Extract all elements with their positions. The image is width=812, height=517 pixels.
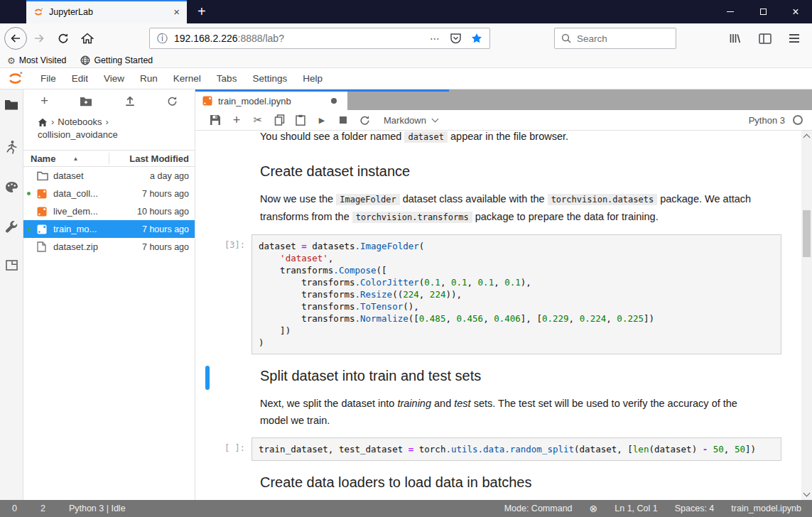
- file-browser-tab-icon[interactable]: [4, 99, 18, 110]
- scroll-up-arrow-icon[interactable]: [801, 131, 812, 141]
- menu-kernel[interactable]: Kernel: [166, 73, 209, 84]
- file-modified: a day ago: [150, 171, 195, 181]
- refresh-file-list-button[interactable]: [167, 96, 178, 107]
- insert-cell-button[interactable]: +: [226, 113, 247, 128]
- file-modified: 7 hours ago: [142, 242, 195, 252]
- new-launcher-button[interactable]: +: [40, 93, 48, 109]
- new-folder-button[interactable]: [80, 96, 92, 107]
- menu-hamburger-icon[interactable]: [789, 34, 799, 43]
- reload-icon: [58, 33, 69, 44]
- activity-bar: [0, 89, 23, 500]
- sort-ascending-icon: ▲: [72, 156, 78, 162]
- window-minimize-button[interactable]: [714, 0, 747, 23]
- code-cell[interactable]: [ ]:train_dataset, test_dataset = torch.…: [204, 437, 781, 461]
- browser-titlebar: JupyterLab × + ×: [0, 0, 812, 23]
- menu-help[interactable]: Help: [295, 73, 330, 84]
- cursor-position[interactable]: Ln 1, Col 1: [615, 504, 657, 513]
- bookmark-getting-started[interactable]: Getting Started: [80, 55, 153, 65]
- command-palette-icon[interactable]: [5, 181, 18, 193]
- back-button[interactable]: [4, 27, 27, 50]
- url-bar[interactable]: ⓘ 192.168.2.226 :8888/lab? ⋯: [149, 28, 490, 49]
- gear-icon: ⚙: [7, 56, 16, 65]
- search-placeholder: Search: [577, 33, 607, 44]
- unsaved-changes-dot-icon[interactable]: [331, 98, 337, 104]
- restart-kernel-button[interactable]: [354, 115, 375, 126]
- save-button[interactable]: [205, 114, 226, 126]
- file-row[interactable]: dataset.zip7 hours ago: [23, 238, 195, 256]
- menu-edit[interactable]: Edit: [64, 73, 96, 84]
- cut-cells-button[interactable]: ✂: [247, 114, 269, 126]
- page-actions-icon[interactable]: ⋯: [430, 33, 440, 44]
- inline-code: torchvision.transforms: [352, 212, 472, 223]
- cell-prompt: [ ]:: [204, 437, 251, 453]
- paste-cells-button[interactable]: [290, 114, 311, 126]
- file-row[interactable]: train_mo...7 hours ago: [23, 220, 195, 238]
- copy-cells-button[interactable]: [269, 114, 290, 126]
- browser-tab[interactable]: JupyterLab ×: [26, 0, 187, 23]
- site-info-icon[interactable]: ⓘ: [157, 32, 168, 45]
- cell-type-value: Markdown: [384, 115, 426, 126]
- file-name: data_coll...: [53, 188, 142, 199]
- terminals-count[interactable]: 0: [12, 504, 17, 513]
- kernel-name[interactable]: Python 3: [749, 115, 785, 126]
- run-cell-button[interactable]: ▶: [311, 116, 332, 125]
- forward-button[interactable]: [27, 26, 51, 50]
- file-row[interactable]: live_dem...10 hours ago: [23, 202, 195, 220]
- emphasis-text: training: [397, 398, 431, 409]
- breadcrumb-current-folder[interactable]: collision_avoidance: [38, 129, 118, 141]
- window-maximize-button[interactable]: [747, 0, 779, 23]
- code-editor[interactable]: dataset = datasets.ImageFolder( 'dataset…: [251, 234, 781, 354]
- library-icon[interactable]: [729, 33, 741, 44]
- emphasis-text: test: [454, 398, 470, 409]
- tab-close-icon[interactable]: ×: [173, 6, 180, 17]
- inline-code: ImageFolder: [336, 194, 399, 205]
- code-cell[interactable]: [3]:dataset = datasets.ImageFolder( 'dat…: [204, 234, 781, 354]
- menu-view[interactable]: View: [96, 73, 132, 84]
- file-row[interactable]: dataseta day ago: [23, 167, 195, 185]
- search-input[interactable]: Search: [554, 28, 676, 49]
- tab-spaces-indicator[interactable]: Spaces: 4: [675, 504, 715, 513]
- markdown-heading-cell[interactable]: Split dataset into train and test sets: [260, 368, 769, 384]
- markdown-text-cell[interactable]: Now we use the ImageFolder dataset class…: [260, 190, 757, 226]
- window-close-button[interactable]: ×: [779, 0, 812, 23]
- notebook-tab[interactable]: train_model.ipynb: [195, 92, 347, 110]
- property-inspector-wrench-icon[interactable]: [5, 220, 18, 233]
- scrollbar-thumb[interactable]: [803, 210, 811, 257]
- notebook-scrollbar[interactable]: [801, 131, 812, 500]
- bookmark-star-icon[interactable]: [471, 33, 482, 44]
- bookmark-most-visited[interactable]: ⚙ Most Visited: [7, 55, 66, 65]
- open-tabs-icon[interactable]: [6, 260, 18, 271]
- pocket-icon[interactable]: [450, 33, 462, 44]
- code-editor[interactable]: train_dataset, test_dataset = torch.util…: [251, 437, 781, 461]
- markdown-text-cell[interactable]: You should see a folder named dataset ap…: [260, 131, 757, 146]
- status-bar: 0 2 Python 3 | Idle Mode: Command ⊗ Ln 1…: [0, 500, 812, 517]
- menu-run[interactable]: Run: [132, 73, 166, 84]
- sort-by-name-header[interactable]: Name: [23, 153, 55, 164]
- menu-settings[interactable]: Settings: [244, 73, 295, 84]
- menu-tabs[interactable]: Tabs: [209, 73, 245, 84]
- sidebars-icon[interactable]: [759, 33, 772, 44]
- home-button[interactable]: [75, 26, 99, 50]
- markdown-text-cell[interactable]: Next, we split the dataset into training…: [260, 395, 757, 429]
- scissors-icon: ✂: [254, 114, 263, 126]
- kernels-count[interactable]: 2: [40, 504, 45, 513]
- file-row[interactable]: data_coll...7 hours ago: [23, 185, 195, 202]
- new-tab-button[interactable]: +: [187, 0, 217, 23]
- sort-by-modified-header[interactable]: Last Modified: [129, 153, 195, 164]
- running-sessions-icon[interactable]: [6, 140, 17, 154]
- breadcrumb-notebooks[interactable]: Notebooks: [58, 116, 102, 129]
- kernel-status-text[interactable]: Python 3 | Idle: [69, 504, 126, 513]
- interrupt-kernel-button[interactable]: [332, 116, 354, 124]
- markdown-heading-cell[interactable]: Create dataset instance: [260, 163, 769, 180]
- markdown-heading-cell[interactable]: Create data loaders to load data in batc…: [260, 474, 769, 491]
- command-mode-indicator[interactable]: Mode: Command: [504, 504, 573, 513]
- scroll-down-arrow-icon[interactable]: [801, 489, 812, 500]
- cell-type-dropdown[interactable]: Markdown: [384, 115, 438, 126]
- reload-button[interactable]: [51, 26, 75, 50]
- menu-file[interactable]: File: [33, 73, 64, 84]
- file-modified: 10 hours ago: [137, 207, 195, 217]
- upload-button[interactable]: [124, 95, 136, 107]
- breadcrumb-home-icon[interactable]: [38, 118, 48, 127]
- kernel-status-idle-icon[interactable]: [793, 115, 803, 125]
- notebook-file-icon: [202, 96, 212, 106]
